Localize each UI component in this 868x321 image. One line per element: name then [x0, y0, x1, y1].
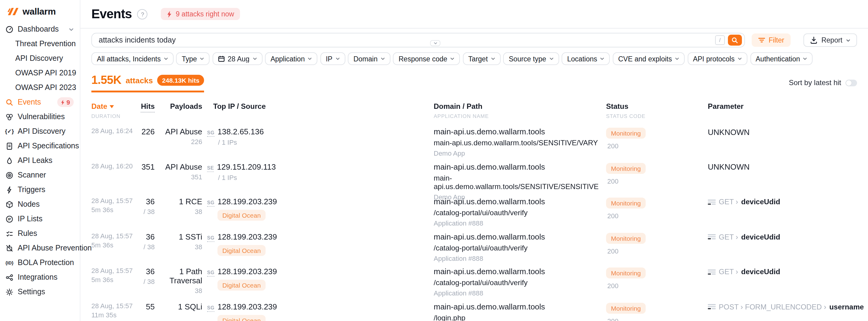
event-row[interactable]: 28 Aug, 16:24 226 API Abuse 226 SG: [91, 127, 857, 162]
event-ip: 129.151.209.113: [217, 162, 276, 171]
event-ip: 138.2.65.136: [217, 127, 264, 136]
sidebar-item-integrations[interactable]: Integrations: [0, 270, 80, 285]
sidebar-item-label: API Discovery: [18, 127, 65, 136]
parameter-name: deviceUdid: [741, 233, 780, 241]
sidebar-item-dashboards[interactable]: Dashboards: [0, 22, 80, 36]
filter-button-label: Filter: [769, 36, 784, 44]
parameter-name: deviceUdid: [741, 268, 780, 276]
filter-chip[interactable]: Source type: [503, 52, 559, 65]
event-hits-total: / 38: [138, 208, 155, 215]
filter-chip[interactable]: CVE and exploits: [613, 52, 685, 65]
chevron-down-icon: [738, 57, 742, 60]
filter-chip[interactable]: 28 Aug: [213, 52, 262, 65]
attacks-count: 1.55K: [91, 74, 121, 87]
report-button[interactable]: Report: [804, 33, 857, 47]
sidebar-nav: Dashboards Threat Prevention API Discove…: [0, 22, 80, 299]
event-row[interactable]: 28 Aug, 16:20 351 API Abuse 351 SE: [91, 162, 857, 197]
event-date: 28 Aug, 15:57: [91, 267, 138, 274]
status-code: 200: [606, 247, 708, 254]
brand-name: wallarm: [23, 6, 56, 16]
sidebar-item-api-discovery[interactable]: {✓} API Discovery: [0, 124, 80, 139]
attacks-now-badge[interactable]: 9 attacks right now: [161, 8, 240, 20]
country-code-badge[interactable]: SG: [207, 200, 214, 207]
wallarm-logo[interactable]: wallarm: [0, 0, 80, 16]
column-payloads: Payloads: [155, 102, 202, 119]
request-param-icon: [708, 234, 716, 240]
column-status: Status: [606, 102, 708, 111]
event-hits: 226: [138, 127, 155, 136]
event-row[interactable]: 28 Aug, 15:57 11m 35s 55 1 SQLi SG: [91, 302, 857, 321]
sidebar-item-vulnerabilities[interactable]: Vulnerabilities: [0, 109, 80, 124]
country-code-badge[interactable]: SE: [207, 165, 214, 172]
chevron-down-icon: [451, 57, 455, 60]
filter-chip[interactable]: Locations: [562, 52, 610, 65]
status-code: 200: [606, 177, 708, 184]
filter-chip[interactable]: All attacks, Incidents: [91, 52, 174, 65]
country-code-badge[interactable]: SG: [207, 305, 214, 312]
collapse-filters-handle[interactable]: [430, 40, 440, 46]
sidebar-item-bola-protection[interactable]: {ID} BOLA Protection: [0, 255, 80, 270]
event-hits-total: / 38: [138, 278, 155, 285]
event-duration: 5m 36s: [91, 241, 138, 248]
search-button[interactable]: [728, 35, 742, 46]
help-icon[interactable]: ?: [137, 9, 148, 19]
filter-chips-row: All attacks, Incidents Type 28 Aug: [91, 52, 857, 65]
event-row[interactable]: 28 Aug, 15:57 5m 36s 36 / 38 1 RCE 38 SG: [91, 197, 857, 232]
filter-button[interactable]: Filter: [752, 33, 791, 47]
filter-chip-label: Source type: [509, 55, 547, 62]
filter-chip[interactable]: Domain: [348, 52, 390, 65]
event-date: 28 Aug, 15:57: [91, 302, 138, 309]
report-button-label: Report: [822, 36, 842, 44]
filter-chip[interactable]: API protocols: [687, 52, 747, 65]
sidebar-item-triggers[interactable]: Triggers: [0, 182, 80, 197]
status-badge: Monitoring: [606, 163, 646, 174]
sidebar-item-scanner[interactable]: Scanner: [0, 168, 80, 182]
status-code: 200: [606, 142, 708, 149]
sidebar-item-api-specifications[interactable]: API Specifications: [0, 139, 80, 153]
filter-chip[interactable]: Authentication: [750, 52, 813, 65]
sidebar-item-settings[interactable]: Settings: [0, 285, 80, 299]
filter-chip[interactable]: Target: [463, 52, 501, 65]
chevron-down-icon: [433, 42, 437, 44]
column-hits[interactable]: Hits: [141, 102, 155, 112]
sidebar-item-events[interactable]: Events 9: [0, 95, 80, 109]
sidebar-item-api-abuse-prevention[interactable]: API Abuse Prevention: [0, 241, 80, 255]
event-row[interactable]: 28 Aug, 15:57 5m 36s 36 / 38 1 SSTi 38 S…: [91, 232, 857, 267]
search-input[interactable]: [99, 36, 715, 44]
sidebar-item-api-leaks[interactable]: API Leaks: [0, 153, 80, 168]
sort-toggle[interactable]: [845, 79, 857, 86]
sidebar-item-threat-prevention[interactable]: Threat Prevention: [0, 36, 80, 51]
event-payload-type: API Abuse: [155, 162, 202, 171]
chevron-down-icon: [846, 39, 850, 42]
chevron-down-icon: [69, 28, 74, 31]
filter-chip[interactable]: Type: [176, 52, 210, 65]
country-code-badge[interactable]: SG: [207, 235, 214, 242]
sidebar-item-nodes[interactable]: Nodes: [0, 197, 80, 212]
sidebar-item-api-discovery-dashboard[interactable]: API Discovery: [0, 51, 80, 66]
sidebar-item-rules[interactable]: Rules: [0, 226, 80, 241]
event-row[interactable]: 28 Aug, 15:57 5m 36s 36 / 38 1 Path Trav…: [91, 267, 857, 302]
event-payload-count: 351: [155, 173, 202, 180]
sidebar-item-owasp-api-2019[interactable]: OWASP API 2019: [0, 66, 80, 80]
country-code-badge[interactable]: SG: [207, 130, 214, 137]
event-duration: 5m 36s: [91, 206, 138, 213]
status-code: 200: [606, 212, 708, 219]
id-braces-icon: {ID}: [5, 259, 13, 266]
speedometer-icon: [5, 25, 13, 33]
sidebar-item-label: IP Lists: [18, 215, 43, 223]
filter-chip[interactable]: IP: [320, 52, 345, 65]
sort-label: Sort by latest hit: [789, 78, 841, 87]
sidebar-item-owasp-api-2023[interactable]: OWASP API 2023: [0, 80, 80, 95]
sidebar-item-ip-lists[interactable]: IP IP Lists: [0, 212, 80, 226]
status-code: 200: [606, 282, 708, 289]
event-payload-type: 1 RCE: [155, 197, 202, 206]
download-icon: [810, 36, 818, 44]
chevron-down-icon: [252, 57, 257, 60]
filter-chip[interactable]: Application: [265, 52, 318, 65]
column-date[interactable]: Date: [91, 102, 138, 111]
filter-chip[interactable]: Response code: [393, 52, 460, 65]
sidebar-item-label: Events: [18, 98, 41, 106]
country-code-badge[interactable]: SG: [207, 270, 214, 277]
search-icon: [5, 98, 13, 106]
filter-chip-label: CVE and exploits: [618, 55, 672, 62]
